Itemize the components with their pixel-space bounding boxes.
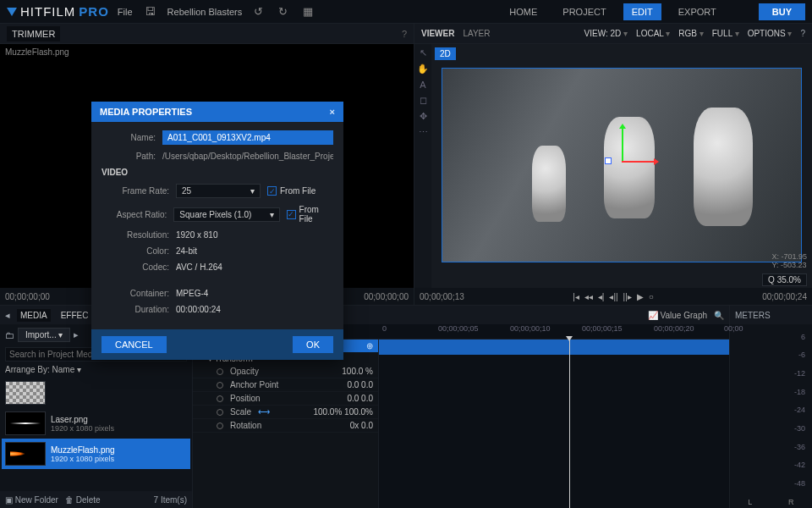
- project-name: Rebellion Blasters: [167, 7, 243, 17]
- value-graph-button[interactable]: 📈 Value Graph: [648, 311, 707, 320]
- media-name: Laser.png: [51, 415, 114, 424]
- undo-icon[interactable]: ↺: [250, 3, 266, 19]
- meters-title: METERS: [730, 306, 812, 324]
- layer-tab[interactable]: LAYER: [463, 29, 490, 38]
- viewer-zoom[interactable]: Q 35.0%: [762, 273, 807, 286]
- media-item[interactable]: MuzzleFlash.png1920 x 1080 pixels: [2, 439, 190, 469]
- prev-frame-icon[interactable]: ◂◂: [584, 292, 593, 301]
- space-mode[interactable]: LOCAL: [636, 29, 670, 38]
- framerate-label: Frame Rate:: [110, 186, 169, 196]
- codec-value: AVC / H.264: [176, 262, 222, 272]
- buy-button[interactable]: BUY: [759, 3, 805, 20]
- more-icon[interactable]: ▸: [74, 329, 79, 340]
- delete-button[interactable]: 🗑 Delete: [65, 495, 101, 505]
- logo-icon: [7, 8, 17, 16]
- help-icon[interactable]: ?: [402, 29, 407, 39]
- add-icon[interactable]: ⊕: [366, 341, 373, 351]
- tab-edit[interactable]: EDIT: [623, 3, 661, 20]
- goto-start-icon[interactable]: |◂: [573, 292, 579, 301]
- redo-icon[interactable]: ↻: [275, 3, 291, 19]
- media-item[interactable]: [2, 378, 190, 408]
- media-tab[interactable]: MEDIA: [17, 309, 51, 322]
- video-section: VIDEO: [102, 168, 333, 177]
- keyframe-icon[interactable]: [217, 395, 223, 402]
- aspect-select[interactable]: Square Pixels (1.0)▾: [173, 207, 280, 222]
- viewer-image: [442, 68, 802, 262]
- prop-opacity[interactable]: Opacity100.0 %: [193, 365, 378, 378]
- trimmer-tc-left: 00;00;00;00: [5, 292, 50, 301]
- channel-mode[interactable]: RGB: [678, 29, 703, 38]
- keyframe-icon[interactable]: [217, 382, 223, 389]
- options-menu[interactable]: OPTIONS: [748, 29, 793, 38]
- coord-x: -701.95: [781, 252, 807, 261]
- hand-tool-icon[interactable]: ✋: [417, 64, 429, 75]
- from-file-checkbox[interactable]: ✓From File: [267, 186, 315, 196]
- x-axis-icon[interactable]: [622, 161, 656, 163]
- cancel-button[interactable]: CANCEL: [102, 336, 167, 353]
- resolution-value: 1920 x 810: [176, 230, 218, 240]
- layer-properties: ✎ ▢ None ▾ ⊕ ▾ Transform Opacity100.0 % …: [193, 340, 379, 508]
- viewer-tab[interactable]: VIEWER: [421, 29, 454, 38]
- media-item[interactable]: Laser.png1920 x 1080 pixels: [2, 408, 190, 439]
- import-button[interactable]: Import... ▾: [18, 328, 70, 342]
- close-icon[interactable]: ×: [330, 107, 335, 117]
- keyframe-icon[interactable]: [217, 368, 223, 375]
- menubar: HITFILM PRO File 🖫 Rebellion Blasters ↺ …: [0, 0, 812, 24]
- edit-tool-icon[interactable]: ⋯: [419, 127, 428, 138]
- play-back-icon[interactable]: ◂||: [609, 292, 617, 301]
- framerate-select[interactable]: 25▾: [176, 184, 261, 198]
- select-tool-icon[interactable]: ↖: [420, 47, 427, 58]
- container-value: MPEG-4: [176, 289, 208, 298]
- search-icon[interactable]: 🔍: [714, 311, 724, 320]
- thumbnail: [5, 381, 46, 405]
- effects-tab[interactable]: EFFEC: [58, 309, 92, 322]
- viewer-footer: 00;00;00;13 |◂ ◂◂ ◂| ◂|| ||▸ ▶ ○ 00;00;0…: [414, 288, 812, 305]
- coord-y: -503.23: [781, 261, 807, 269]
- tab-export[interactable]: EXPORT: [670, 3, 725, 20]
- time-ruler[interactable]: 0 00;00;00;05 00;00;00;10 00;00;00;15 00…: [379, 324, 729, 340]
- quality-mode[interactable]: FULL: [712, 29, 739, 38]
- duration-label: Duration:: [110, 305, 169, 314]
- step-back-icon[interactable]: ◂|: [598, 292, 605, 301]
- keyframe-icon[interactable]: [217, 409, 223, 416]
- help-icon[interactable]: ?: [800, 29, 805, 38]
- brand-a: HITFILM: [20, 4, 75, 19]
- save-icon[interactable]: 🖫: [141, 3, 159, 19]
- nav-left-icon[interactable]: ◂: [5, 310, 10, 321]
- viewer-header: VIEWER LAYER VIEW: 2D LOCAL RGB FULL OPT…: [414, 24, 812, 44]
- viewer-2d-tab[interactable]: 2D: [435, 47, 456, 60]
- timeline-tracks[interactable]: [379, 340, 729, 508]
- app-logo: HITFILM PRO: [7, 4, 109, 19]
- prop-rotation[interactable]: Rotation0x 0.0: [193, 419, 378, 433]
- brand-b: PRO: [79, 4, 109, 19]
- text-tool-icon[interactable]: A: [420, 80, 425, 90]
- viewer-canvas[interactable]: 2D X: -701.95 Y: -503.23 Q 35.0%: [431, 44, 812, 288]
- prop-position[interactable]: Position0.0 0.0: [193, 392, 378, 406]
- play-icon[interactable]: ▶: [637, 292, 644, 301]
- prop-anchor[interactable]: Anchor Point0.0 0.0: [193, 378, 378, 392]
- from-file-checkbox[interactable]: ✓From File: [287, 205, 333, 224]
- ok-button[interactable]: OK: [293, 336, 333, 353]
- viewer-tools: ↖ ✋ A ◻ ✥ ⋯: [414, 44, 431, 288]
- tab-home[interactable]: HOME: [501, 3, 546, 20]
- playhead[interactable]: [569, 340, 570, 508]
- color-label: Color:: [110, 246, 169, 256]
- trimmer-tab[interactable]: TRIMMER: [7, 26, 60, 41]
- loop-icon[interactable]: ○: [649, 292, 654, 301]
- view-mode[interactable]: VIEW: 2D: [584, 29, 628, 38]
- play-fwd-icon[interactable]: ||▸: [623, 292, 632, 301]
- path-label: Path:: [102, 152, 156, 161]
- arrange-by[interactable]: Arrange By: Name ▾: [0, 363, 192, 376]
- prop-scale[interactable]: Scale⟷100.0% 100.0%: [193, 406, 378, 419]
- name-field[interactable]: [162, 130, 333, 145]
- grid-icon[interactable]: ▦: [299, 3, 316, 19]
- name-label: Name:: [102, 133, 156, 142]
- z-handle-icon[interactable]: [605, 157, 612, 164]
- file-menu[interactable]: File: [118, 7, 133, 17]
- new-folder-button[interactable]: ▣ New Folder: [5, 495, 58, 505]
- tab-project[interactable]: PROJECT: [554, 3, 614, 20]
- keyframe-icon[interactable]: [217, 422, 223, 429]
- y-axis-icon[interactable]: [622, 127, 623, 161]
- move-tool-icon[interactable]: ✥: [420, 111, 427, 122]
- mask-tool-icon[interactable]: ◻: [420, 95, 427, 106]
